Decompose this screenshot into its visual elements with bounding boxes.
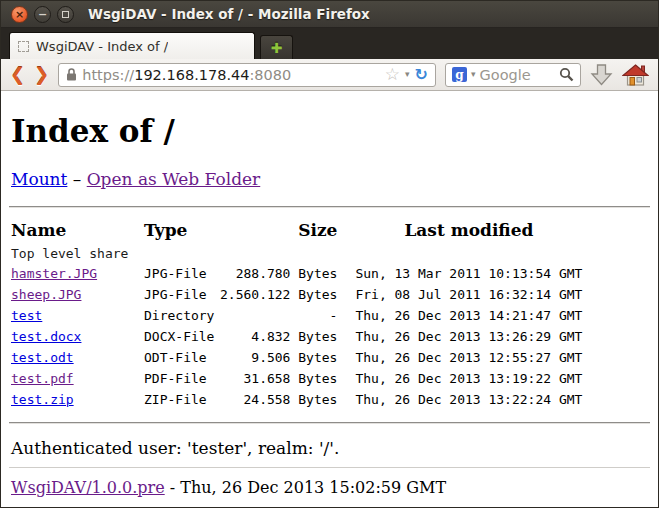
star-icon: ☆ (385, 64, 400, 84)
header-type: Type (144, 217, 220, 243)
file-link[interactable]: sheep.JPG (11, 287, 81, 302)
file-size: 9.506 Bytes (220, 347, 337, 368)
file-modified: Thu, 26 Dec 2013 13:22:24 GMT (337, 389, 582, 410)
file-type: ZIP-File (144, 389, 220, 410)
file-link[interactable]: test.odt (11, 350, 74, 365)
page-title: Index of / (11, 113, 650, 149)
file-link[interactable]: test.pdf (11, 371, 74, 386)
new-tab-button[interactable]: ✚ (260, 35, 293, 59)
reload-icon: ↻ (415, 65, 428, 84)
close-icon: × (15, 9, 24, 20)
file-size: - (220, 305, 337, 326)
file-modified: Thu, 26 Dec 2013 12:55:27 GMT (337, 347, 582, 368)
table-row: hamster.JPG JPG-File 288.780 Bytes Sun, … (11, 263, 582, 284)
table-row: test.docx DOCX-File 4.832 Bytes Thu, 26 … (11, 326, 582, 347)
file-modified: Thu, 26 Dec 2013 13:19:22 GMT (337, 368, 582, 389)
search-box[interactable]: g ▾ Google (445, 63, 581, 87)
search-engine-dropdown[interactable]: ▾ (471, 70, 476, 79)
url-scheme: https:// (82, 67, 134, 83)
wsgidav-version-link[interactable]: WsgiDAV/1.0.0.pre (11, 478, 165, 497)
file-size: 4.832 Bytes (220, 326, 337, 347)
table-row: test Directory - Thu, 26 Dec 2013 14:21:… (11, 305, 582, 326)
url-text[interactable]: https://192.168.178.44:8080 (82, 67, 380, 83)
navigation-toolbar: ❮ ❯ https://192.168.178.44:8080 ☆ ▾ ↻ g … (1, 59, 658, 91)
link-separator: – (67, 169, 86, 189)
forward-button[interactable]: ❯ (34, 66, 49, 84)
table-row: test.zip ZIP-File 24.558 Bytes Thu, 26 D… (11, 389, 582, 410)
file-link[interactable]: hamster.JPG (11, 266, 97, 281)
file-type: DOCX-File (144, 326, 220, 347)
lock-icon (66, 68, 77, 81)
browser-window: × − WsgiDAV - Index of / - Mozilla Firef… (0, 0, 659, 508)
google-g-glyph: g (455, 69, 463, 81)
tab-wsgidav[interactable]: WsgiDAV - Index of / (9, 32, 255, 59)
file-size: 2.560.122 Bytes (220, 284, 337, 305)
window-close-button[interactable]: × (11, 6, 28, 23)
reload-button[interactable]: ↻ (415, 67, 428, 83)
table-row: test.pdf PDF-File 31.658 Bytes Thu, 26 D… (11, 368, 582, 389)
open-webfolder-link[interactable]: Open as Web Folder (87, 169, 261, 189)
file-type: ODT-File (144, 347, 220, 368)
file-modified: Thu, 26 Dec 2013 14:21:47 GMT (337, 305, 582, 326)
generator-timestamp: - Thu, 26 Dec 2013 15:02:59 GMT (165, 478, 446, 497)
window-maximize-button[interactable] (57, 6, 74, 23)
window-title: WsgiDAV - Index of / - Mozilla Firefox (88, 6, 370, 22)
file-table: Name Type Size Last modified Top level s… (11, 217, 582, 410)
file-type: PDF-File (144, 368, 220, 389)
table-row: test.odt ODT-File 9.506 Bytes Thu, 26 De… (11, 347, 582, 368)
chevron-down-icon: ▾ (405, 69, 410, 79)
file-size: 288.780 Bytes (220, 263, 337, 284)
share-note: Top level share (11, 243, 582, 263)
window-minimize-button[interactable]: − (34, 6, 51, 23)
file-type: Directory (144, 305, 220, 326)
header-name: Name (11, 217, 144, 243)
url-host: 192.168.178.44 (134, 67, 249, 83)
file-link[interactable]: test (11, 308, 42, 323)
search-icon[interactable] (559, 67, 574, 82)
back-button[interactable]: ❮ (10, 66, 25, 84)
tab-label: WsgiDAV - Index of / (36, 39, 168, 54)
generator-line: WsgiDAV/1.0.0.pre - Thu, 26 Dec 2013 15:… (11, 478, 650, 497)
home-icon (622, 64, 649, 86)
share-note-row: Top level share (11, 243, 582, 263)
file-modified: Thu, 26 Dec 2013 13:26:29 GMT (337, 326, 582, 347)
file-table-header-row: Name Type Size Last modified (11, 217, 582, 243)
file-size: 24.558 Bytes (220, 389, 337, 410)
divider-top (9, 206, 650, 208)
forward-icon: ❯ (34, 64, 49, 85)
divider-footer (9, 467, 650, 468)
header-last-modified: Last modified (337, 217, 582, 243)
page-nav-links: Mount – Open as Web Folder (11, 169, 650, 189)
download-arrow-icon (590, 64, 613, 86)
divider-bottom (9, 422, 650, 424)
mount-link[interactable]: Mount (11, 169, 67, 189)
tab-strip: WsgiDAV - Index of / ✚ (1, 28, 658, 59)
titlebar: × − WsgiDAV - Index of / - Mozilla Firef… (1, 1, 658, 28)
plus-icon: ✚ (271, 40, 283, 56)
table-row: sheep.JPG JPG-File 2.560.122 Bytes Fri, … (11, 284, 582, 305)
google-engine-icon[interactable]: g (452, 67, 467, 82)
maximize-icon (62, 11, 69, 18)
urlbar-dropdown-button[interactable]: ▾ (405, 70, 410, 79)
search-input[interactable]: Google (480, 67, 555, 83)
chevron-down-icon: ▾ (471, 69, 476, 79)
minimize-icon: − (38, 9, 47, 20)
downloads-button[interactable] (590, 64, 613, 86)
url-bar[interactable]: https://192.168.178.44:8080 ☆ ▾ ↻ (58, 63, 436, 87)
file-modified: Sun, 13 Mar 2011 10:13:54 GMT (337, 263, 582, 284)
page-content: Index of / Mount – Open as Web Folder Na… (1, 91, 658, 507)
favicon-placeholder-icon (18, 41, 29, 52)
header-size: Size (220, 217, 337, 243)
file-type: JPG-File (144, 263, 220, 284)
file-size: 31.658 Bytes (220, 368, 337, 389)
file-type: JPG-File (144, 284, 220, 305)
auth-status-text: Authenticated user: 'tester', realm: '/'… (11, 438, 650, 458)
file-modified: Fri, 08 Jul 2011 16:32:14 GMT (337, 284, 582, 305)
back-icon: ❮ (10, 64, 25, 85)
file-link[interactable]: test.zip (11, 392, 74, 407)
file-link[interactable]: test.docx (11, 329, 81, 344)
home-button[interactable] (622, 64, 649, 86)
url-port: :8080 (249, 67, 291, 83)
bookmark-star-button[interactable]: ☆ (385, 66, 400, 83)
file-table-body: hamster.JPG JPG-File 288.780 Bytes Sun, … (11, 263, 582, 410)
